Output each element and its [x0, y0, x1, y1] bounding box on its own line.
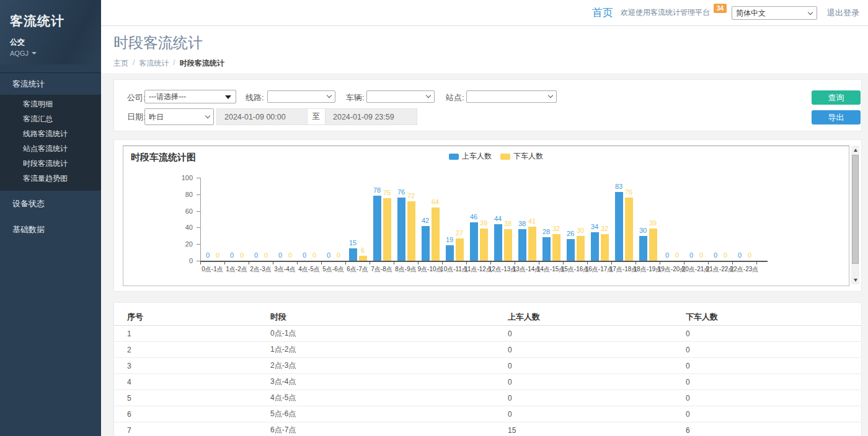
table-cell: 0点-1点	[257, 328, 495, 339]
x-axis-tick-label: 22点-23点	[725, 265, 764, 274]
data-table-panel: 序号时段上车人数下车人数 10点-1点0021点-2点0032点-3点0043点…	[113, 302, 862, 436]
bar-下车人数-17点-18点	[625, 198, 633, 261]
sidebar-item-other-2[interactable]: 基础数据	[0, 217, 101, 243]
y-axis-tick-label: 20	[173, 240, 193, 248]
table-cell: 3点-4点	[257, 377, 495, 387]
legend-item-1[interactable]: 上车人数	[449, 151, 492, 162]
breadcrumb: 主页/客流统计/时段客流统计	[113, 58, 868, 69]
legend-label: 上车人数	[462, 151, 492, 162]
legend-swatch-icon	[449, 154, 459, 160]
bar-下车人数-18点-19点	[649, 229, 657, 261]
sidebar-item-passenger-stats[interactable]: 客流统计	[0, 73, 101, 95]
line-label: 线路:	[246, 92, 264, 103]
brand-area: 客流统计 公交 AQGJ	[0, 0, 101, 64]
breadcrumb-item-1[interactable]: 主页	[113, 58, 128, 69]
language-select[interactable]: 简体中文	[732, 6, 817, 20]
bar-value-label: 0	[740, 251, 759, 259]
table-cell: 0	[495, 378, 673, 386]
y-axis-tick-label: 40	[173, 224, 193, 231]
page-header: 时段客流统计 主页/客流统计/时段客流统计	[101, 26, 868, 73]
table-cell: 0	[673, 362, 861, 370]
table-cell: 3	[114, 362, 257, 370]
table-cell: 0	[673, 410, 861, 419]
export-button[interactable]: 导出	[812, 110, 861, 124]
table-header: 序号时段上车人数下车人数	[114, 309, 861, 326]
scrollbar-thumb[interactable]	[852, 155, 859, 264]
notification-badge[interactable]: 34	[714, 4, 727, 13]
date-to-input[interactable]: 2024-01-09 23:59	[325, 108, 417, 125]
triangle-down-icon	[854, 279, 857, 282]
sidebar-subitem-1[interactable]: 客流明细	[0, 97, 101, 111]
bar-value-label: 72	[402, 192, 420, 199]
table-cell: 5点-6点	[257, 409, 495, 419]
sidebar-submenu: 客流明细客流汇总线路客流统计站点客流统计时段客流统计客流量趋势图	[0, 95, 101, 191]
bar-value-label: 32	[595, 225, 614, 232]
app-brand: 客流统计	[10, 12, 101, 30]
bar-下车人数-11点-12点	[480, 229, 488, 261]
date-preset-wrap: 昨日	[144, 108, 214, 125]
vehicle-select[interactable]	[366, 90, 435, 103]
scrollbar-up-arrow[interactable]	[851, 146, 859, 154]
bar-下车人数-8点-9点	[407, 201, 415, 261]
legend-item-2[interactable]: 下车人数	[500, 151, 543, 162]
table-cell: 6	[673, 426, 861, 435]
table-row: 43点-4点00	[114, 374, 861, 390]
legend-swatch-icon	[500, 154, 510, 160]
station-select[interactable]	[466, 90, 557, 103]
line-select-wrap	[267, 90, 335, 103]
sidebar-subitem-6[interactable]: 客流量趋势图	[0, 171, 101, 186]
query-button[interactable]: 查询	[812, 90, 861, 105]
date-preset-select[interactable]: 昨日	[144, 108, 214, 125]
chart-panel: 时段车流统计图 上车人数下车人数 020406080100000点-1点001点…	[113, 139, 862, 292]
org-name: 公交	[10, 37, 101, 48]
home-link[interactable]: 首页	[592, 6, 613, 20]
table-cell: 0	[495, 394, 673, 403]
station-label: 站点:	[446, 92, 464, 103]
date-from-input[interactable]: 2024-01-09 00:00	[216, 108, 308, 125]
table-cell: 0	[673, 378, 861, 386]
date-label: 日期:	[127, 111, 146, 123]
bar-下车人数-15点-16点	[577, 236, 585, 261]
sidebar-subitem-4[interactable]: 站点客流统计	[0, 141, 101, 156]
logout-link[interactable]: 退出登录	[827, 7, 859, 19]
bar-上车人数-8点-9点	[397, 198, 405, 261]
bar-下车人数-7点-8点	[383, 198, 391, 261]
chart-container: 时段车流统计图 上车人数下车人数 020406080100000点-1点001点…	[123, 146, 849, 286]
scrollbar-down-arrow[interactable]	[851, 276, 859, 284]
table-cell: 1	[114, 329, 257, 338]
bar-上车人数-13点-14点	[518, 229, 526, 261]
y-axis-tick-label: 100	[173, 174, 193, 181]
bar-上车人数-9点-10点	[422, 226, 430, 261]
chart-scrollbar[interactable]	[851, 146, 859, 284]
company-select-wrap: ---请选择---	[144, 90, 236, 103]
breadcrumb-item-3: 时段客流统计	[180, 58, 224, 69]
y-axis-tick-label: 0	[173, 257, 193, 264]
page-title: 时段客流统计	[113, 33, 868, 53]
table-cell: 0	[495, 362, 673, 370]
sidebar-subitem-3[interactable]: 线路客流统计	[0, 126, 101, 141]
bar-value-label: 0	[329, 251, 348, 259]
triangle-up-icon	[854, 149, 857, 152]
sidebar-menu: 客流统计 客流明细客流汇总线路客流统计站点客流统计时段客流统计客流量趋势图 设备…	[0, 72, 101, 243]
table-cell: 0	[673, 394, 861, 403]
table-header-cell-3: 上车人数	[495, 312, 673, 323]
table-row: 32点-3点00	[114, 358, 861, 374]
table-header-cell-1: 序号	[114, 312, 257, 323]
breadcrumb-separator: /	[173, 58, 175, 69]
table-cell: 4点-5点	[257, 393, 495, 403]
table-row: 21点-2点00	[114, 342, 861, 358]
sidebar-subitem-2[interactable]: 客流汇总	[0, 111, 101, 126]
breadcrumb-item-2[interactable]: 客流统计	[139, 58, 169, 69]
vehicle-select-wrap	[366, 90, 435, 103]
date-to-separator: 至	[308, 108, 325, 125]
table-cell: 0	[673, 346, 861, 354]
table-cell: 6点-7点	[257, 425, 495, 435]
company-select[interactable]: ---请选择---	[144, 90, 236, 103]
bar-上车人数-18点-19点	[639, 236, 647, 261]
org-code-dropdown[interactable]: AQGJ	[10, 50, 101, 57]
table-row: 10点-1点00	[114, 326, 861, 342]
sidebar: 客流统计 公交 AQGJ 客流统计 客流明细客流汇总线路客流统计站点客流统计时段…	[0, 0, 101, 436]
line-select[interactable]	[267, 90, 335, 103]
sidebar-subitem-5[interactable]: 时段客流统计	[0, 156, 101, 171]
sidebar-item-other-1[interactable]: 设备状态	[0, 191, 101, 217]
